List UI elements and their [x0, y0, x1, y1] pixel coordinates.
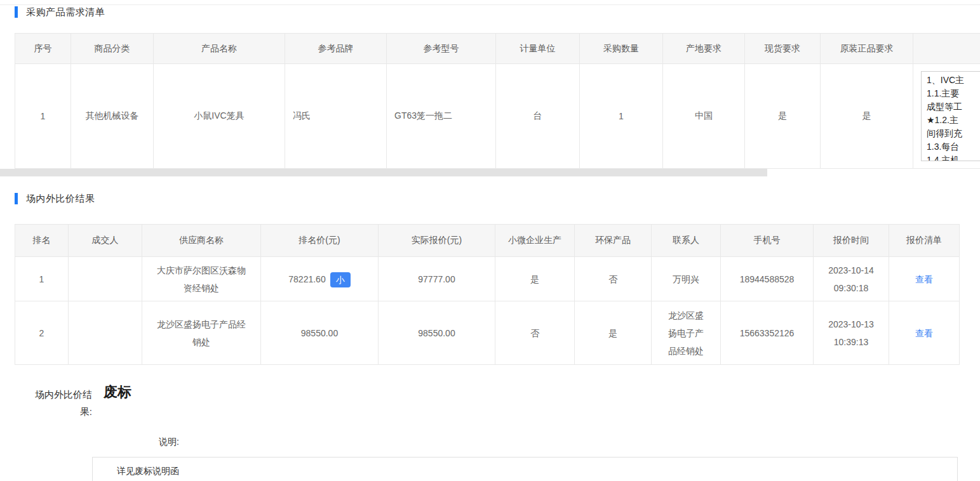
column-header-contact: 联系人 [652, 225, 721, 257]
cell-winner [69, 257, 142, 301]
rank-price-value: 78221.60 [288, 274, 325, 284]
view-quote-link[interactable]: 查看 [915, 328, 933, 338]
cell-brand: 冯氏 [285, 64, 387, 169]
column-header-actual-price: 实际报价(元) [379, 225, 495, 257]
procurement-products-table: 序号 商品分类 产品名称 参考品牌 参考型号 计量单位 采购数量 产地要求 现货… [15, 33, 980, 169]
cell-small-micro: 否 [495, 301, 575, 365]
column-header-quantity: 采购数量 [580, 34, 663, 64]
column-header-rank-price: 排名价(元) [261, 225, 379, 257]
column-header-genuine: 原装正品要求 [821, 34, 913, 64]
table-row: 1 其他机械设备 小鼠IVC笼具 冯氏 GT63笼一拖二 台 1 中国 是 是 … [15, 64, 980, 169]
cell-genuine: 是 [821, 64, 913, 169]
column-header-unit: 计量单位 [496, 34, 580, 64]
cell-product-name: 小鼠IVC笼具 [154, 64, 285, 169]
column-header-brand: 参考品牌 [285, 34, 387, 64]
note-box: 详见废标说明函 [92, 457, 958, 481]
cell-unit: 台 [496, 64, 580, 169]
column-header-small-micro: 小微企业生产 [495, 225, 575, 257]
cell-category: 其他机械设备 [71, 64, 154, 169]
column-header-phone: 手机号 [721, 225, 814, 257]
cell-rank-price: 78221.60小 [261, 257, 379, 301]
note-label: 说明: [159, 437, 179, 448]
column-header-in-stock: 现货要求 [745, 34, 821, 64]
column-header-quote-list: 报价清单 [889, 225, 960, 257]
cell-actual-price: 97777.00 [379, 257, 495, 301]
horizontal-scrollbar-track[interactable] [0, 169, 980, 176]
cell-rank: 1 [15, 257, 69, 301]
procurement-table-scroll-area: 序号 商品分类 产品名称 参考品牌 参考型号 计量单位 采购数量 产地要求 现货… [15, 33, 980, 169]
small-enterprise-badge: 小 [330, 272, 351, 287]
column-header-eco: 环保产品 [575, 225, 652, 257]
supplier-name: 龙沙区盛扬电子产品经销处 [157, 315, 246, 351]
cell-contact: 龙沙区盛扬电子产品经销处 [652, 301, 721, 365]
horizontal-scrollbar-thumb[interactable] [0, 169, 767, 176]
column-header-origin: 产地要求 [663, 34, 745, 64]
cell-phone: 15663352126 [721, 301, 814, 365]
table-row: 2 龙沙区盛扬电子产品经销处 98550.00 98550.00 否 是 龙沙区… [15, 301, 960, 365]
cell-in-stock: 是 [745, 64, 821, 169]
cell-contact: 万明兴 [652, 257, 721, 301]
cell-spec: 1、IVC主 1.1.主要 成型等工 ★1.2.主 间得到充 1.3.每台 1.… [913, 64, 980, 169]
column-header-model: 参考型号 [387, 34, 496, 64]
spec-textarea[interactable]: 1、IVC主 1.1.主要 成型等工 ★1.2.主 间得到充 1.3.每台 1.… [921, 71, 980, 161]
cell-phone: 18944588528 [721, 257, 814, 301]
cell-winner [69, 301, 142, 365]
result-form: 场内外比价结果: 废标 说明: 详见废标说明函 [0, 365, 980, 481]
cell-rank-price: 98550.00 [261, 301, 379, 365]
column-header-spec [913, 34, 980, 64]
cell-quote-time: 2023-10-13 10:39:13 [814, 301, 889, 365]
cell-quote-list: 查看 [889, 301, 960, 365]
comparison-result-label: 场内外比价结果: [29, 386, 92, 420]
column-header-product-name: 产品名称 [154, 34, 285, 64]
column-header-supplier: 供应商名称 [142, 225, 261, 257]
cell-quote-time: 2023-10-14 09:30:18 [814, 257, 889, 301]
column-header-seq: 序号 [15, 34, 71, 64]
table-header-row: 排名 成交人 供应商名称 排名价(元) 实际报价(元) 小微企业生产 环保产品 … [15, 225, 960, 257]
table-header-row: 序号 商品分类 产品名称 参考品牌 参考型号 计量单位 采购数量 产地要求 现货… [15, 34, 980, 64]
column-header-winner: 成交人 [69, 225, 142, 257]
cell-origin: 中国 [663, 64, 745, 169]
column-header-category: 商品分类 [71, 34, 154, 64]
cell-quote-list: 查看 [889, 257, 960, 301]
section-header-procurement: 采购产品需求清单 [15, 6, 980, 18]
cell-quantity: 1 [580, 64, 663, 169]
cell-eco: 是 [575, 301, 652, 365]
view-quote-link[interactable]: 查看 [915, 274, 933, 284]
cell-eco: 否 [575, 257, 652, 301]
comparison-result-value: 废标 [104, 383, 131, 402]
price-comparison-table: 排名 成交人 供应商名称 排名价(元) 实际报价(元) 小微企业生产 环保产品 … [15, 224, 960, 365]
cell-supplier: 大庆市萨尔图区沃森物资经销处 [142, 257, 261, 301]
column-header-rank: 排名 [15, 225, 69, 257]
cell-model: GT63笼一拖二 [387, 64, 496, 169]
section-title-comparison: 场内外比价结果 [26, 193, 95, 205]
cell-small-micro: 是 [495, 257, 575, 301]
cell-rank: 2 [15, 301, 69, 365]
supplier-name: 大庆市萨尔图区沃森物资经销处 [157, 261, 246, 297]
top-divider [0, 4, 980, 5]
cell-actual-price: 98550.00 [379, 301, 495, 365]
column-header-quote-time: 报价时间 [814, 225, 889, 257]
section-title-procurement: 采购产品需求清单 [26, 6, 105, 18]
cell-supplier: 龙沙区盛扬电子产品经销处 [142, 301, 261, 365]
section-accent-bar [15, 193, 18, 204]
cell-seq: 1 [15, 64, 71, 169]
table-row: 1 大庆市萨尔图区沃森物资经销处 78221.60小 97777.00 是 否 … [15, 257, 960, 301]
section-accent-bar [15, 6, 18, 18]
section-header-comparison: 场内外比价结果 [15, 193, 980, 204]
